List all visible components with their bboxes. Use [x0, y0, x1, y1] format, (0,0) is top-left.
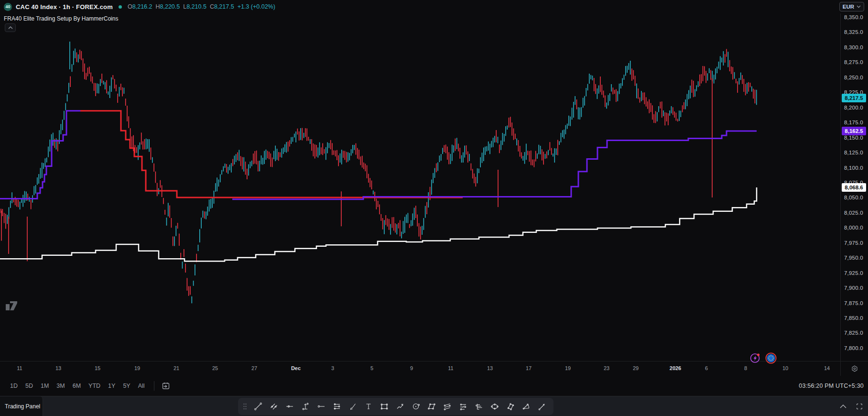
maximize-icon [856, 403, 863, 410]
indicator-legend[interactable]: FRA40 Elite Trading Setup By HammerCoins [4, 15, 118, 22]
chevron-up-icon [839, 404, 847, 409]
fib-wedge-tool-icon[interactable] [520, 400, 533, 413]
open-label: O [128, 3, 132, 10]
time-tick: 15 [95, 365, 100, 371]
range-toolbar: 1D5D1M3M6MYTD1Y5YAll 03:56:20 PM UTC+5:3… [0, 376, 868, 396]
time-tick: 23 [604, 365, 609, 371]
time-tick: 2026 [670, 365, 681, 371]
price-tick: 8,000.0 [844, 225, 863, 230]
change-value: +1.3 (+0.02%) [238, 3, 275, 10]
time-tick: 11 [448, 365, 453, 371]
low-value: 8,210.5 [186, 3, 206, 10]
trend-based-fib-tool-icon[interactable] [456, 400, 470, 413]
time-axis[interactable]: 11131519212527Dec35911131719232920266810… [0, 361, 840, 376]
range-button-3m[interactable]: 3M [53, 381, 68, 391]
collapse-panel-button[interactable] [839, 404, 847, 409]
price-chart[interactable] [0, 13, 840, 361]
trading-chart-app: 40 CAC 40 Index · 1h · FOREX.com O8,216.… [0, 0, 868, 416]
symbol-header: 40 CAC 40 Index · 1h · FOREX.com O8,216.… [0, 0, 868, 13]
trading-panel-tab[interactable]: Trading Panel [0, 396, 43, 416]
time-tick: 8 [744, 365, 747, 371]
circle-tool-icon[interactable] [409, 400, 423, 413]
drag-handle-icon[interactable] [243, 403, 247, 410]
price-tick: 8,350.0 [844, 14, 863, 20]
price-tick: 7,975.0 [844, 240, 863, 246]
white-line-price-tag: 8,068.6 [842, 183, 866, 192]
trend-line-tool-icon[interactable] [251, 400, 265, 413]
price-tick: 8,300.0 [844, 44, 863, 50]
rotated-rectangle-tool-icon[interactable] [504, 400, 517, 413]
symbol-logo-badge: 40 [4, 3, 12, 11]
close-value: 8,217.5 [214, 3, 234, 10]
range-button-1y[interactable]: 1Y [105, 381, 119, 391]
panel-right-controls [839, 396, 863, 416]
text-tool-icon[interactable] [362, 400, 375, 413]
price-tick: 7,950.0 [844, 255, 863, 261]
ellipse-tool-icon[interactable] [488, 400, 501, 413]
time-tick: 6 [705, 365, 708, 371]
time-tick: 19 [565, 365, 571, 371]
time-tick: 5 [370, 365, 373, 371]
fib-time-zone-tool-icon[interactable] [472, 400, 486, 413]
horizontal-ray-tool-icon[interactable] [315, 400, 328, 413]
arrow-tool-icon[interactable] [535, 400, 549, 413]
chevron-down-icon [857, 5, 861, 8]
price-tick: 8,025.0 [844, 210, 863, 216]
time-tick: 17 [526, 365, 532, 371]
bottom-panel: Trading Panel [0, 396, 868, 416]
axis-settings-corner[interactable] [840, 361, 868, 376]
tradingview-logo-icon[interactable] [6, 300, 18, 311]
currency-value: EUR [843, 4, 854, 10]
range-button-5y[interactable]: 5Y [119, 381, 133, 391]
range-button-1m[interactable]: 1M [37, 381, 52, 391]
maximize-panel-button[interactable] [856, 403, 863, 410]
price-axis[interactable]: 8,350.08,325.08,300.08,275.08,250.08,225… [840, 13, 868, 361]
time-tick: 13 [487, 365, 493, 371]
time-tick: 9 [410, 365, 413, 371]
time-axis-row: 11131519212527Dec35911131719232920266810… [0, 361, 868, 376]
price-tick: 7,825.0 [844, 330, 863, 336]
range-button-6m[interactable]: 6M [69, 381, 84, 391]
market-status-icon[interactable] [119, 5, 122, 9]
lightning-alert-icon[interactable] [749, 352, 761, 364]
range-button-ytd[interactable]: YTD [85, 381, 104, 391]
currency-dropdown[interactable]: EUR [839, 2, 864, 11]
go-to-date-button[interactable] [160, 380, 172, 392]
purple-line-price-tag: 8,162.5 [842, 127, 866, 135]
range-button-5d[interactable]: 5D [22, 381, 36, 391]
rectangle-tool-icon[interactable] [378, 400, 391, 413]
session-clock[interactable]: 03:56:20 PM UTC+5:30 [799, 376, 864, 396]
price-tick: 8,125.0 [844, 150, 863, 155]
fib-retracement-tool-icon[interactable] [330, 400, 344, 413]
info-line-tool-icon[interactable] [299, 400, 312, 413]
high-value: 8,220.5 [160, 3, 180, 10]
fib-channel-tool-icon[interactable] [441, 400, 454, 413]
legend-collapse-button[interactable] [5, 23, 16, 32]
time-tick: 10 [782, 365, 788, 371]
high-label: H [155, 3, 160, 10]
time-tick: 25 [212, 365, 218, 371]
drawing-tools-strip [238, 398, 553, 415]
parallelogram-tool-icon[interactable] [425, 400, 438, 413]
range-button-all[interactable]: All [135, 381, 148, 391]
time-tick: 27 [251, 365, 257, 371]
brush-tool-icon[interactable] [346, 400, 359, 413]
toolbar-divider [154, 381, 154, 391]
parallel-channel-tool-icon[interactable] [267, 400, 281, 413]
time-tick: Dec [291, 365, 301, 371]
ohlc-readout: O8,216.2 H8,220.5 L8,210.5 C8,217.5 +1.3… [128, 3, 275, 10]
chart-region: FRA40 Elite Trading Setup By HammerCoins [0, 13, 868, 361]
range-buttons: 1D5D1M3M6MYTD1Y5YAll [7, 381, 148, 391]
price-tick: 7,875.0 [844, 300, 863, 306]
open-value: 8,216.2 [132, 3, 152, 10]
close-label: C [210, 3, 214, 10]
symbol-title[interactable]: CAC 40 Index · 1h · FOREX.com [16, 3, 113, 11]
eu-flag-icon[interactable] [765, 352, 777, 364]
time-tick: 29 [633, 365, 639, 371]
chart-event-markers [749, 352, 777, 364]
range-button-1d[interactable]: 1D [7, 381, 21, 391]
horizontal-line-tool-icon[interactable] [283, 400, 296, 413]
polyline-tool-icon[interactable] [393, 400, 407, 413]
axis-settings-icon [851, 365, 858, 372]
last-price-tag: 8,217.5 [842, 94, 866, 102]
